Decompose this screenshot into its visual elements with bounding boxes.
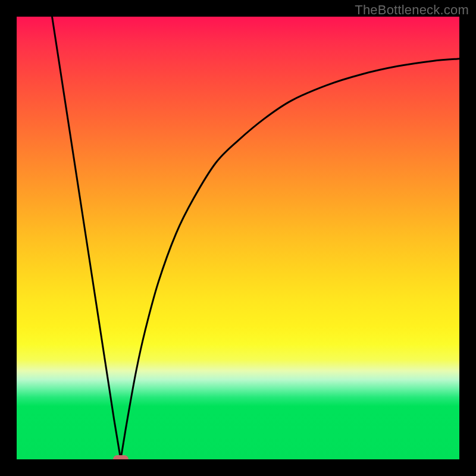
curve-left-branch [52, 17, 121, 459]
plot-area [17, 17, 459, 459]
vertex-marker [113, 455, 129, 459]
chart-frame: TheBottleneck.com [0, 0, 476, 476]
curve-layer [17, 17, 459, 459]
watermark-text: TheBottleneck.com [355, 2, 469, 18]
curve-right-branch [121, 59, 459, 459]
